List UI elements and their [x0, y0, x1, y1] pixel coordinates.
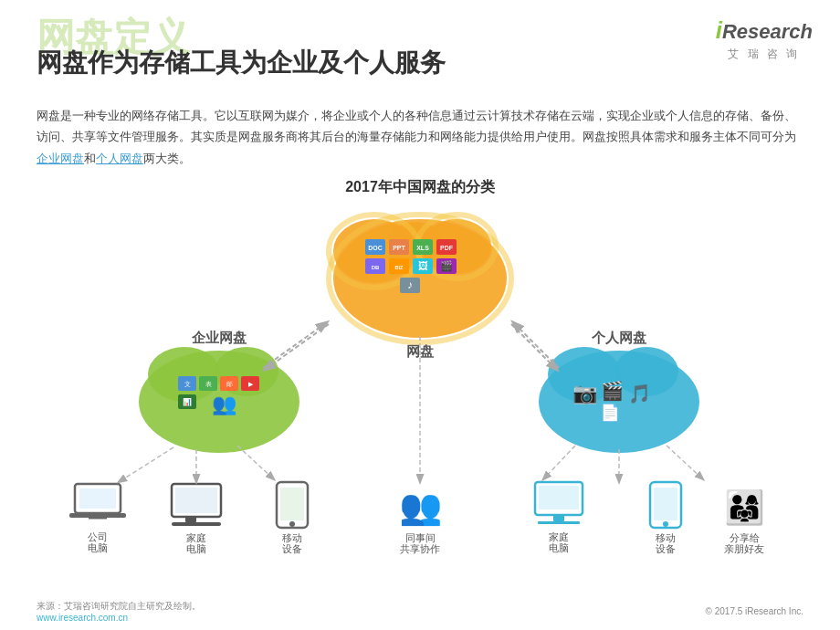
device-collab-label: 同事间: [405, 532, 436, 543]
svg-text:电脑: 电脑: [88, 542, 108, 553]
svg-rect-69: [539, 486, 579, 509]
svg-text:♪: ♪: [407, 278, 413, 291]
svg-point-75: [663, 521, 668, 527]
description-text: 网盘是一种专业的网络存储工具。它以互联网为媒介，将企业或个人的各种信息通过云计算…: [37, 105, 803, 169]
svg-text:PDF: PDF: [440, 245, 454, 251]
svg-text:🎵: 🎵: [628, 383, 651, 404]
device-mobile-right: [650, 482, 681, 528]
svg-text:电脑: 电脑: [186, 543, 206, 554]
device-mobile-left: [277, 482, 308, 528]
device-home-monitor-label: 家庭: [549, 531, 569, 542]
device-home-pc-label: 家庭: [186, 532, 206, 543]
device-home-monitor: [535, 482, 583, 524]
svg-rect-63: [280, 488, 304, 520]
device-share-friends: 👨‍👩‍👧: [724, 488, 765, 527]
svg-text:BIZ: BIZ: [395, 265, 404, 270]
svg-line-83: [543, 446, 575, 479]
svg-text:👥: 👥: [399, 486, 443, 528]
device-collaboration: 👥: [399, 486, 443, 528]
svg-text:表: 表: [205, 381, 212, 387]
svg-text:DOC: DOC: [368, 245, 383, 251]
svg-point-64: [289, 521, 295, 527]
diagram-area: DOC PPT XLS PDF DB BIZ 🖼 🎬 ♪ 网盘: [37, 201, 803, 566]
svg-rect-58: [185, 517, 196, 522]
footer-source-text: 来源：艾瑞咨询研究院自主研究及绘制。: [37, 601, 201, 611]
svg-line-81: [237, 446, 274, 479]
svg-text:DB: DB: [372, 265, 380, 270]
svg-rect-71: [538, 521, 580, 524]
svg-line-85: [667, 446, 703, 479]
diagram-svg: DOC PPT XLS PDF DB BIZ 🖼 🎬 ♪ 网盘: [37, 201, 803, 566]
center-cloud: DOC PPT XLS PDF DB BIZ 🖼 🎬 ♪: [329, 215, 511, 342]
footer: 来源：艾瑞咨询研究院自主研究及绘制。 www.iresearch.com.cn …: [37, 600, 803, 623]
device-company-label: 公司: [88, 531, 108, 542]
svg-text:XLS: XLS: [416, 245, 429, 251]
desc-link-personal[interactable]: 个人网盘: [96, 152, 143, 165]
svg-text:👨‍👩‍👧: 👨‍👩‍👧: [724, 488, 765, 527]
svg-line-51: [513, 322, 559, 368]
device-share-label: 分享给: [730, 532, 760, 543]
device-mobile-left-label: 移动: [282, 532, 302, 543]
personal-cloud: 📷 🎬 🎵 📄: [539, 347, 699, 453]
footer-source: 来源：艾瑞咨询研究院自主研究及绘制。 www.iresearch.com.cn: [37, 600, 201, 623]
svg-rect-70: [553, 515, 564, 521]
svg-text:🖼: 🖼: [418, 260, 428, 271]
svg-rect-55: [79, 488, 116, 509]
logo-research: Research: [722, 20, 813, 43]
svg-text:文: 文: [184, 381, 191, 387]
svg-line-48: [265, 324, 329, 370]
svg-rect-74: [654, 488, 677, 520]
svg-text:亲朋好友: 亲朋好友: [724, 543, 764, 554]
desc-text1: 网盘是一种专业的网络存储工具。它以互联网为媒介，将企业或个人的各种信息通过云计算…: [37, 109, 796, 143]
svg-rect-59: [172, 522, 221, 526]
footer-copyright: © 2017.5 iResearch Inc.: [706, 606, 803, 616]
logo-subtitle: 艾 瑞 咨 询: [716, 47, 813, 62]
device-company-pc: [69, 484, 126, 518]
logo-i: i: [716, 16, 722, 44]
svg-text:👥: 👥: [212, 392, 237, 416]
svg-text:邮: 邮: [226, 381, 233, 387]
logo-text: iResearch: [716, 16, 813, 45]
svg-text:电脑: 电脑: [549, 542, 569, 553]
desc-text3: 两大类。: [143, 152, 191, 165]
title-area: 网盘定义 网盘作为存储工具为企业及个人服务: [37, 18, 446, 53]
svg-text:共享协作: 共享协作: [400, 543, 440, 554]
cloud-enterprise-label: 企业网盘: [191, 330, 247, 345]
cloud-personal-label: 个人网盘: [591, 330, 647, 345]
svg-text:🎬: 🎬: [601, 380, 624, 402]
chart-title: 2017年中国网盘的分类: [0, 178, 840, 197]
desc-text2: 和: [84, 152, 96, 165]
svg-text:🎬: 🎬: [440, 259, 453, 272]
svg-line-50: [511, 324, 557, 370]
svg-text:设备: 设备: [656, 543, 676, 554]
logo: iResearch 艾 瑞 咨 询: [716, 16, 813, 62]
device-mobile-right-label: 移动: [656, 532, 676, 543]
svg-line-49: [263, 322, 327, 368]
svg-line-79: [119, 447, 173, 482]
desc-link-enterprise[interactable]: 企业网盘: [37, 152, 84, 165]
svg-point-26: [148, 347, 221, 402]
svg-text:📄: 📄: [600, 403, 621, 423]
page-title: 网盘作为存储工具为企业及个人服务: [37, 46, 446, 80]
svg-text:📷: 📷: [572, 381, 598, 405]
svg-text:📊: 📊: [183, 397, 192, 406]
svg-text:设备: 设备: [282, 543, 302, 554]
svg-rect-60: [175, 488, 217, 513]
svg-text:PPT: PPT: [393, 245, 405, 251]
device-home-tv: [172, 484, 221, 526]
footer-link[interactable]: www.iresearch.com.cn: [37, 613, 128, 623]
